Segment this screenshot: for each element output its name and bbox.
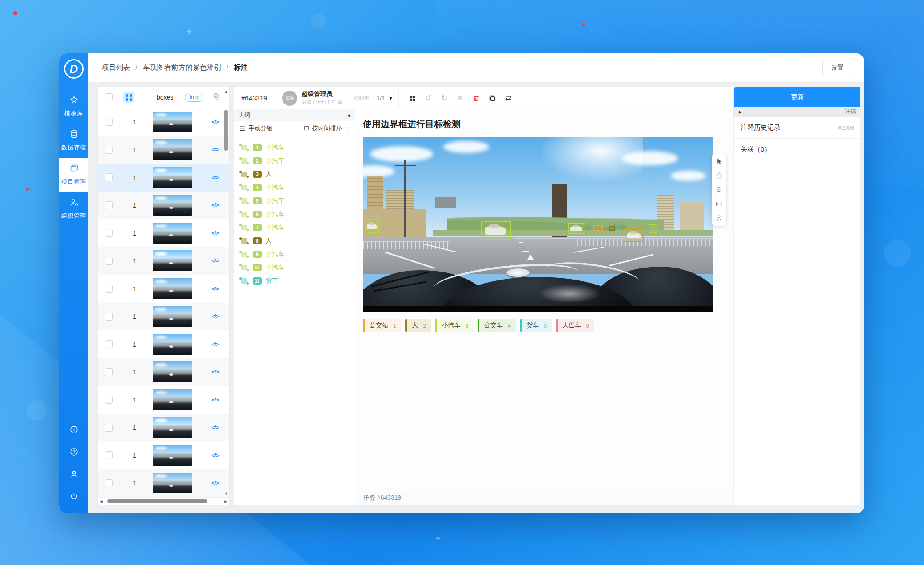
row-checkbox[interactable] <box>105 451 113 459</box>
breadcrumb-item[interactable]: 标注 <box>234 63 248 72</box>
label-chip[interactable]: 公交站1 <box>363 319 401 332</box>
scrollbar-thumb[interactable] <box>224 110 228 151</box>
code-icon[interactable]: </> <box>211 146 219 153</box>
transfer-icon[interactable]: ⇄ <box>503 93 514 104</box>
sidebar-item-template-library[interactable]: 模板库 <box>59 89 88 124</box>
zoom-in-icon[interactable] <box>715 185 723 194</box>
chevron-down-icon[interactable]: ▼ <box>388 96 393 101</box>
file-row[interactable]: 1</> <box>98 136 229 164</box>
outline-item[interactable]: 3人 <box>234 168 355 181</box>
bounding-box[interactable] <box>365 219 379 233</box>
row-thumbnail[interactable] <box>153 195 192 216</box>
code-icon[interactable]: </> <box>211 480 219 486</box>
file-row[interactable]: 1</> <box>98 108 229 136</box>
bounding-box[interactable] <box>625 228 644 242</box>
scrollbar-thumb[interactable] <box>107 499 207 503</box>
label-chip[interactable]: 公交车4 <box>478 319 516 332</box>
row-thumbnail[interactable] <box>153 112 192 132</box>
outline-item[interactable]: 2小汽车 <box>234 154 355 168</box>
file-row[interactable]: 1</> <box>98 441 229 469</box>
img-type-badge[interactable]: img <box>185 93 203 102</box>
row-thumbnail[interactable] <box>153 361 192 382</box>
code-icon[interactable]: </> <box>211 285 219 292</box>
grid-view-icon[interactable] <box>123 92 134 103</box>
gear-icon[interactable] <box>212 92 221 103</box>
settings-button[interactable]: 设置 <box>822 60 852 76</box>
expand-right-icon[interactable]: ▶ <box>739 110 742 114</box>
outline-item[interactable]: 8人 <box>234 234 355 248</box>
row-checkbox[interactable] <box>105 340 113 348</box>
file-row[interactable]: 1</> <box>98 192 229 220</box>
code-icon[interactable]: </> <box>211 230 219 236</box>
avatar[interactable]: 超级 <box>282 91 297 106</box>
outline-item[interactable]: 7小汽车 <box>234 221 355 234</box>
collapse-left-icon[interactable]: ◀ <box>347 113 350 118</box>
code-icon[interactable]: </> <box>211 397 219 403</box>
row-thumbnail[interactable] <box>153 306 192 327</box>
row-thumbnail[interactable] <box>153 389 192 410</box>
row-checkbox[interactable] <box>105 424 113 432</box>
row-thumbnail[interactable] <box>153 139 192 160</box>
scroll-down-icon[interactable]: ▼ <box>224 491 228 496</box>
label-chip[interactable]: 货车5 <box>520 319 552 332</box>
row-thumbnail[interactable] <box>153 473 192 493</box>
file-row[interactable]: 1</> <box>98 414 229 442</box>
update-button[interactable]: 更新 <box>734 87 860 107</box>
outline-item[interactable]: 10小汽车 <box>234 261 355 274</box>
sidebar-item-data-storage[interactable]: 数据存储 <box>59 124 88 158</box>
outline-item[interactable]: 11货车 <box>234 274 355 288</box>
horizontal-scrollbar[interactable]: ◀ ▶ <box>98 497 229 505</box>
vertical-scrollbar[interactable]: ▲ ▼ <box>224 89 228 496</box>
app-logo[interactable]: D <box>64 59 84 79</box>
row-checkbox[interactable] <box>105 285 113 293</box>
code-icon[interactable]: </> <box>211 174 219 181</box>
file-row[interactable]: 1</> <box>98 330 229 358</box>
code-icon[interactable]: </> <box>211 257 219 264</box>
select-all-checkbox[interactable] <box>105 93 113 101</box>
file-row[interactable]: 1</> <box>98 247 229 275</box>
power-icon[interactable] <box>69 492 79 503</box>
undo-icon[interactable]: ↺ <box>423 93 434 104</box>
code-icon[interactable]: </> <box>211 452 219 459</box>
bounding-box[interactable] <box>609 226 615 231</box>
scroll-up-icon[interactable]: ▲ <box>224 89 228 94</box>
file-row[interactable]: 1</> <box>98 358 229 386</box>
help-icon[interactable] <box>69 447 79 458</box>
label-chip[interactable]: 大巴车6 <box>556 319 594 332</box>
file-row[interactable]: 1</> <box>98 275 229 303</box>
row-checkbox[interactable] <box>105 118 113 126</box>
duplicate-icon[interactable] <box>487 93 498 104</box>
label-chip[interactable]: 人2 <box>405 319 431 332</box>
annotation-image[interactable] <box>363 137 713 312</box>
bounding-box[interactable] <box>616 225 620 231</box>
sort-by-label[interactable]: 按时间排序 <box>312 124 343 132</box>
outline-item[interactable]: 9小汽车 <box>234 248 355 261</box>
bounding-box[interactable] <box>593 225 603 231</box>
row-checkbox[interactable] <box>105 396 113 404</box>
outline-item[interactable]: 5小汽车 <box>234 194 355 208</box>
outline-item[interactable]: 6小汽车 <box>234 208 355 221</box>
row-checkbox[interactable] <box>105 368 113 376</box>
file-row[interactable]: 1</> <box>98 469 229 497</box>
code-icon[interactable]: </> <box>211 119 219 125</box>
select-tool-icon[interactable] <box>715 157 723 165</box>
row-checkbox[interactable] <box>105 479 113 487</box>
outline-item[interactable]: 1小汽车 <box>234 141 355 154</box>
delete-icon[interactable] <box>471 93 482 104</box>
row-thumbnail[interactable] <box>153 417 192 438</box>
row-thumbnail[interactable] <box>153 223 192 244</box>
row-checkbox[interactable] <box>105 313 113 321</box>
sidebar-item-organization[interactable]: 组织管理 <box>59 192 88 226</box>
label-chip[interactable]: 小汽车3 <box>435 319 473 332</box>
scroll-right-icon[interactable]: ▶ <box>224 499 227 504</box>
file-row[interactable]: 1</> <box>98 164 229 192</box>
pan-tool-icon[interactable] <box>715 171 723 180</box>
code-icon[interactable]: </> <box>211 424 219 431</box>
row-thumbnail[interactable] <box>153 334 192 355</box>
row-checkbox[interactable] <box>105 257 113 265</box>
code-icon[interactable]: </> <box>211 313 219 320</box>
scroll-left-icon[interactable]: ◀ <box>100 499 103 504</box>
relations-row[interactable]: 关联（0） <box>734 139 860 160</box>
file-row[interactable]: 1</> <box>98 219 229 247</box>
grid-layout-icon[interactable] <box>407 93 418 104</box>
